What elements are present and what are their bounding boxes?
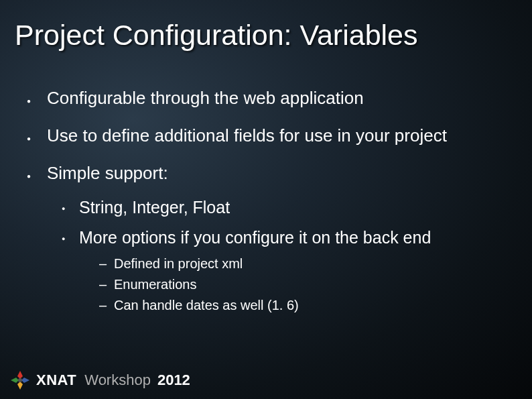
bullet-item: More options if you configure it on the … xyxy=(47,227,512,315)
bullet-text: Configurable through the web application xyxy=(47,88,364,108)
bullet-list-level2: String, Integer, Float More options if y… xyxy=(47,196,512,314)
bullet-text: Defined in project xml xyxy=(114,256,243,271)
bullet-text: Enumerations xyxy=(114,277,196,292)
bullet-text: Simple support: xyxy=(47,163,168,183)
svg-point-4 xyxy=(18,378,22,382)
bullet-text: Use to define additional fields for use … xyxy=(47,125,447,146)
slide-title: Project Configuration: Variables xyxy=(15,19,418,52)
logo-icon xyxy=(9,369,31,391)
bullet-text: String, Integer, Float xyxy=(79,198,230,217)
bullet-list-level3: Defined in project xml Enumerations Can … xyxy=(79,255,512,314)
bullet-item: Can handle dates as well (1. 6) xyxy=(79,296,512,314)
bullet-text: Can handle dates as well (1. 6) xyxy=(114,298,299,312)
svg-marker-3 xyxy=(17,382,23,390)
bullet-list-level1: Configurable through the web application… xyxy=(20,87,512,314)
bullet-item: Simple support: String, Integer, Float M… xyxy=(20,162,512,315)
footer-workshop: Workshop xyxy=(84,372,151,389)
bullet-text: More options if you configure it on the … xyxy=(79,228,431,247)
footer-year: 2012 xyxy=(157,372,190,389)
slide: Project Configuration: Variables Configu… xyxy=(0,0,532,399)
bullet-item: Use to define additional fields for use … xyxy=(20,125,512,148)
footer-brand: XNAT xyxy=(36,372,76,389)
footer: XNAT Workshop 2012 xyxy=(9,369,190,391)
svg-marker-0 xyxy=(17,371,23,379)
slide-content: Configurable through the web application… xyxy=(20,87,512,329)
svg-marker-2 xyxy=(21,378,29,383)
bullet-item: String, Integer, Float xyxy=(47,196,512,219)
bullet-item: Enumerations xyxy=(79,276,512,293)
svg-marker-1 xyxy=(11,378,19,383)
bullet-item: Defined in project xml xyxy=(79,255,512,272)
bullet-item: Configurable through the web application xyxy=(20,87,512,110)
